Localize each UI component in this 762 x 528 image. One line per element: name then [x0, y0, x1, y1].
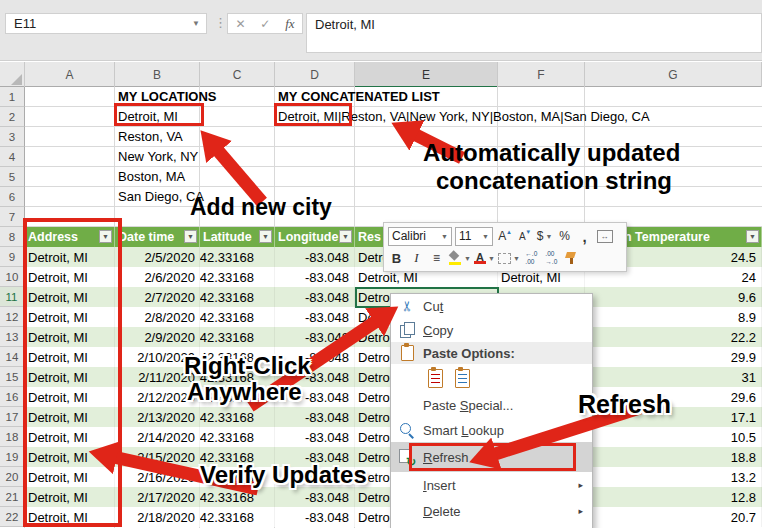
filter-dropdown-icon[interactable]: ▼: [746, 230, 759, 243]
cell-lon-13[interactable]: -83.048: [275, 327, 355, 347]
italic-button[interactable]: I: [408, 248, 425, 268]
paste-button[interactable]: [425, 367, 445, 390]
row-header-3[interactable]: 3: [0, 127, 25, 147]
row-header-9[interactable]: 9: [0, 247, 25, 267]
cell-date-11[interactable]: 2/7/2020: [115, 287, 200, 307]
cell-date-13[interactable]: 2/9/2020: [115, 327, 200, 347]
row-header-12[interactable]: 12: [0, 307, 25, 327]
cell-lon-18[interactable]: -83.048: [275, 427, 355, 447]
cell-lon-21[interactable]: -83.048: [275, 487, 355, 507]
row-header-17[interactable]: 17: [0, 407, 25, 427]
cell-temp-13[interactable]: 22.2: [585, 327, 762, 347]
cell-lat-22[interactable]: 42.33168: [200, 507, 275, 527]
cell-lat-18[interactable]: 42.33168: [200, 427, 275, 447]
cell-B3[interactable]: Reston, VA: [118, 129, 183, 145]
menu-item-cut[interactable]: ✂ Cut: [391, 294, 592, 318]
cell-lon-10[interactable]: -83.048: [275, 267, 355, 287]
cell-date-20[interactable]: 2/16/2020: [115, 467, 200, 487]
cell-date-17[interactable]: 2/13/2020: [115, 407, 200, 427]
menu-item-paste-special[interactable]: Paste Special...: [391, 393, 592, 418]
cell-B4[interactable]: New York, NY: [118, 149, 198, 165]
borders-button[interactable]: ≡: [428, 248, 445, 268]
row-header-15[interactable]: 15: [0, 367, 25, 387]
cell-date-10[interactable]: 2/6/2020: [115, 267, 200, 287]
cell-lat-17[interactable]: 42.33168: [200, 407, 275, 427]
column-header-G[interactable]: G: [585, 62, 762, 87]
cell-date-12[interactable]: 2/8/2020: [115, 307, 200, 327]
cell-temp-12[interactable]: 8.9: [585, 307, 762, 327]
cell-temp-14[interactable]: 29.9: [585, 347, 762, 367]
paste-values-button[interactable]: [452, 367, 472, 390]
cell-lat-12[interactable]: 42.33168: [200, 307, 275, 327]
cell-date-18[interactable]: 2/14/2020: [115, 427, 200, 447]
cell-temp-21[interactable]: 12.8: [585, 487, 762, 507]
cell-date-9[interactable]: 2/5/2020: [115, 247, 200, 267]
row-header-6[interactable]: 6: [0, 187, 25, 207]
cell-lat-9[interactable]: 42.33168: [200, 247, 275, 267]
row-header-7[interactable]: 7: [0, 207, 25, 227]
cell-date-22[interactable]: 2/18/2020: [115, 507, 200, 527]
column-header-F[interactable]: F: [498, 62, 585, 87]
percent-style-button[interactable]: %: [556, 226, 573, 246]
row-header-10[interactable]: 10: [0, 267, 25, 287]
cancel-icon[interactable]: ✕: [235, 17, 245, 31]
chevron-down-icon[interactable]: ▼: [192, 19, 200, 28]
cell-date-19[interactable]: 2/15/2020: [115, 447, 200, 467]
row-header-22[interactable]: 22: [0, 507, 25, 527]
filter-dropdown-icon[interactable]: ▼: [184, 230, 197, 243]
row-header-4[interactable]: 4: [0, 147, 25, 167]
cell-lon-9[interactable]: -83.048: [275, 247, 355, 267]
cell-temp-20[interactable]: 13.2: [585, 467, 762, 487]
font-color-button[interactable]: A▼: [474, 248, 495, 268]
row-header-8[interactable]: 8: [0, 227, 25, 247]
cell-temp-15[interactable]: 31: [585, 367, 762, 387]
shrink-font-button[interactable]: A▾: [516, 226, 533, 246]
cell-date-21[interactable]: 2/17/2020: [115, 487, 200, 507]
row-header-1[interactable]: 1: [0, 87, 25, 107]
cell-B5[interactable]: Boston, MA: [118, 169, 185, 185]
filter-dropdown-icon[interactable]: ▼: [339, 230, 352, 243]
comma-style-button[interactable]: ,: [576, 226, 593, 246]
row-header-19[interactable]: 19: [0, 447, 25, 467]
merge-center-button[interactable]: ↔: [596, 226, 613, 246]
menu-item-delete[interactable]: Delete ▸: [391, 498, 592, 524]
column-header-D[interactable]: D: [275, 62, 355, 87]
cell-temp-18[interactable]: 10.5: [585, 427, 762, 447]
formula-input[interactable]: Detroit, MI: [306, 13, 762, 53]
cell-lon-22[interactable]: -83.048: [275, 507, 355, 527]
row-header-11[interactable]: 11: [0, 287, 25, 307]
name-box[interactable]: E11 ▼: [5, 13, 207, 34]
menu-item-copy[interactable]: Copy: [391, 318, 592, 342]
row-header-13[interactable]: 13: [0, 327, 25, 347]
row-header-14[interactable]: 14: [0, 347, 25, 367]
grow-font-button[interactable]: A▴: [496, 226, 513, 246]
column-header-C[interactable]: C: [200, 62, 275, 87]
column-header-A[interactable]: A: [25, 62, 115, 87]
row-header-21[interactable]: 21: [0, 487, 25, 507]
filter-dropdown-icon[interactable]: ▼: [259, 230, 272, 243]
row-header-5[interactable]: 5: [0, 167, 25, 187]
cell-lon-11[interactable]: -83.048: [275, 287, 355, 307]
cell-lon-17[interactable]: -83.048: [275, 407, 355, 427]
row-header-2[interactable]: 2: [0, 107, 25, 127]
select-all-button[interactable]: [0, 62, 25, 87]
border-grid-button[interactable]: ▼: [498, 248, 520, 268]
row-header-18[interactable]: 18: [0, 427, 25, 447]
row-header-20[interactable]: 20: [0, 467, 25, 487]
accounting-format-button[interactable]: $▼: [536, 226, 553, 246]
column-header-B[interactable]: B: [115, 62, 200, 87]
font-size-select[interactable]: 11 ▼: [455, 227, 493, 246]
cell-lat-10[interactable]: 42.33168: [200, 267, 275, 287]
row-header-16[interactable]: 16: [0, 387, 25, 407]
bold-button[interactable]: B: [388, 248, 405, 268]
cell-temp-22[interactable]: 20.7: [585, 507, 762, 527]
decrease-decimal-button[interactable]: ←.0.00: [523, 248, 540, 268]
menu-item-smart-lookup[interactable]: Smart Lookup: [391, 418, 592, 442]
column-header-E[interactable]: E: [355, 62, 498, 87]
format-painter-button[interactable]: [563, 248, 580, 268]
cell-lat-21[interactable]: 42.33168: [200, 487, 275, 507]
cell-lat-11[interactable]: 42.33168: [200, 287, 275, 307]
menu-item-insert[interactable]: Insert ▸: [391, 472, 592, 498]
increase-decimal-button[interactable]: .00→.0: [543, 248, 560, 268]
insert-function-icon[interactable]: fx: [285, 16, 294, 32]
